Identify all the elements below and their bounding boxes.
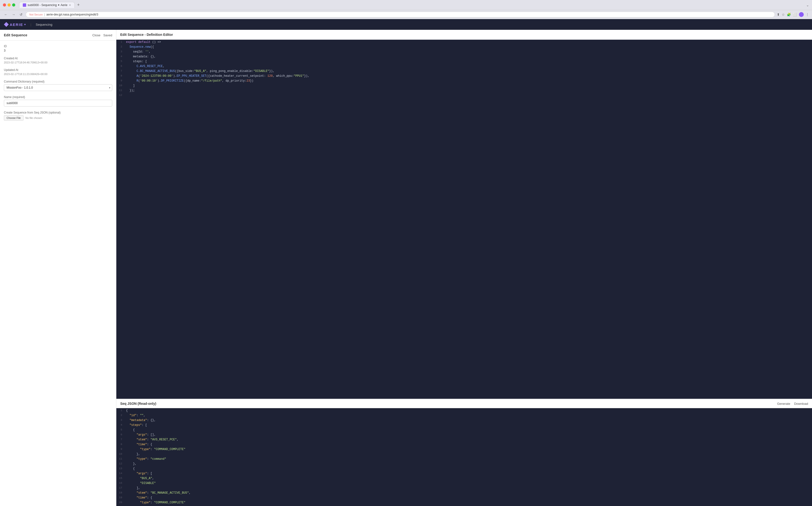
aerie-logo-icon [4, 22, 9, 27]
json-line-15: 15 "BUS_A", [116, 476, 812, 481]
close-button[interactable]: Close [92, 33, 100, 37]
code-line-4: 4 metadata: {}, [116, 54, 812, 59]
code-line-7: 7 C.BC_MANAGE_ACTIVE_BUS({bus_side:"BUS_… [116, 69, 812, 74]
code-editor[interactable]: 1 export default () => 2 Sequence.new({ … [116, 40, 812, 399]
definition-editor-section: Edit Sequence - Definition Editor 1 expo… [116, 30, 812, 399]
active-tab[interactable]: sub0000 - Sequencing ✦ Aerie ✕ [19, 2, 75, 8]
app-header: AERIE ▾ | Sequencing [0, 19, 812, 30]
code-line-9: 9 R('00:00:10').DP_PRIORITIZE({dp_name:"… [116, 78, 812, 83]
app-wrapper: AERIE ▾ | Sequencing Edit Sequence Close… [0, 19, 812, 506]
editor-header: Edit Sequence - Definition Editor [116, 30, 812, 40]
forward-button[interactable]: → [11, 12, 16, 17]
json-line-5: 5 { [116, 428, 812, 432]
security-indicator: Not Secure [29, 13, 43, 16]
minimize-window-button[interactable] [7, 3, 11, 7]
left-panel-content: ID 3 Created At 2023-02-17T18:04:48.7096… [0, 41, 116, 506]
json-line-10: 10 }, [116, 452, 812, 456]
left-panel-header: Edit Sequence Close Saved [0, 30, 116, 41]
code-line-10: 10 ] [116, 83, 812, 88]
editor-title: Edit Sequence - Definition Editor [120, 33, 173, 36]
created-at-value: 2023-02-17T18:04:48.709613+00:00 [4, 61, 112, 64]
json-line-8: 8 "time": { [116, 442, 812, 447]
json-actions: Generate Download [777, 402, 808, 406]
command-dict-select[interactable]: MissionFoo - 1.0.1.0 [4, 84, 112, 91]
name-field-group: Name (required) [4, 95, 112, 106]
tab-favicon [23, 3, 26, 7]
browser-chrome: sub0000 - Sequencing ✦ Aerie ✕ + ⌄ [0, 0, 812, 10]
address-input[interactable]: Not Secure | aerie-dev.jpl.nasa.gov/sequ… [26, 12, 775, 17]
json-editor[interactable]: 1 { 2 "id": "", 3 "metadata": {}, 4 "ste… [116, 408, 812, 506]
code-line-11: 11 }); [116, 88, 812, 93]
tab-bar: sub0000 - Sequencing ✦ Aerie ✕ + [19, 2, 804, 8]
code-line-8: 8 A('2024-123T00:00:00').EP_PPU_HEATER_S… [116, 74, 812, 78]
bookmark-icon[interactable]: ☆ [782, 13, 785, 16]
menu-icon[interactable]: ⋮ [806, 13, 809, 16]
user-avatar[interactable] [799, 12, 804, 17]
code-line-12: 12 [116, 93, 812, 98]
created-at-field-group: Created At 2023-02-17T18:04:48.709613+00… [4, 57, 112, 64]
json-line-16: 16 "DISABLE" [116, 481, 812, 486]
address-bar: ← → ↺ Not Secure | aerie-dev.jpl.nasa.go… [0, 10, 812, 19]
code-line-2: 2 Sequence.new({ [116, 45, 812, 50]
json-line-18: 18 "stem": "BC_MANAGE_ACTIVE_BUS", [116, 491, 812, 495]
left-panel: Edit Sequence Close Saved ID 3 Created A… [0, 30, 116, 506]
download-button[interactable]: Download [794, 402, 808, 406]
json-line-20: 20 "type": "COMMAND_COMPLETE" [116, 500, 812, 505]
tab-title: sub0000 - Sequencing ✦ Aerie [27, 3, 67, 7]
json-line-1: 1 { [116, 408, 812, 413]
header-nav-sequencing[interactable]: Sequencing [36, 23, 52, 26]
code-line-5: 5 steps: [ [116, 59, 812, 64]
choose-file-button[interactable]: Choose File [4, 115, 23, 120]
command-dict-label: Command Dictionary (required) [4, 80, 112, 83]
json-title: Seq JSON (Read-only) [120, 402, 156, 406]
name-label: Name (required) [4, 95, 112, 99]
back-button[interactable]: ← [3, 12, 9, 17]
left-panel-title: Edit Sequence [4, 33, 27, 37]
create-seq-field-group: Create Sequence from Seq JSON (optional)… [4, 111, 112, 120]
json-line-11: 11 "type": "command" [116, 456, 812, 461]
updated-at-value: 2023-02-17T18:11:23.068426+00:00 [4, 73, 112, 76]
maximize-window-button[interactable] [12, 3, 15, 7]
updated-at-field-group: Updated At 2023-02-17T18:11:23.068426+00… [4, 68, 112, 76]
address-url: aerie-dev.jpl.nasa.gov/sequencing/edit/3 [46, 13, 98, 16]
window-expand-button[interactable]: ⌄ [806, 3, 809, 7]
create-seq-label: Create Sequence from Seq JSON (optional) [4, 111, 112, 114]
name-input[interactable] [4, 100, 112, 106]
main-layout: Edit Sequence Close Saved ID 3 Created A… [0, 30, 812, 506]
extensions-icon[interactable]: 🧩 [787, 13, 791, 16]
close-window-button[interactable] [3, 3, 6, 7]
command-dict-field-group: Command Dictionary (required) MissionFoo… [4, 80, 112, 91]
json-line-19: 19 "time": { [116, 495, 812, 500]
file-upload-row: Choose File No file chosen [4, 115, 112, 120]
new-tab-button[interactable]: + [76, 2, 81, 8]
aerie-logo[interactable]: AERIE ▾ [4, 22, 26, 27]
command-dict-select-wrapper: MissionFoo - 1.0.1.0 ▾ [4, 84, 112, 91]
generate-button[interactable]: Generate [777, 402, 790, 406]
reload-button[interactable]: ↺ [18, 12, 24, 17]
logo-chevron: ▾ [24, 23, 26, 26]
json-line-14: 14 "args": [ [116, 471, 812, 476]
toolbar-icons: ⬆ ☆ 🧩 ⬜ ⋮ [777, 12, 809, 17]
code-line-1: 1 export default () => [116, 40, 812, 45]
share-icon[interactable]: ⬆ [777, 13, 780, 16]
saved-button[interactable]: Saved [103, 33, 112, 37]
json-section: Seq JSON (Read-only) Generate Download 1… [116, 399, 812, 506]
traffic-lights [3, 3, 15, 7]
json-line-3: 3 "metadata": {}, [116, 418, 812, 423]
left-panel-buttons: Close Saved [92, 33, 112, 37]
json-line-21: 21 }, [116, 505, 812, 506]
json-line-7: 7 "stem": "AVS_RESET_PCE", [116, 437, 812, 442]
json-line-12: 12 }, [116, 461, 812, 466]
tab-close-button[interactable]: ✕ [69, 4, 71, 7]
code-line-6: 6 C.AVS_RESET_PCE, [116, 64, 812, 69]
id-field-group: ID 3 [4, 45, 112, 52]
json-header: Seq JSON (Read-only) Generate Download [116, 399, 812, 408]
created-at-label: Created At [4, 57, 112, 60]
json-line-17: 17 ], [116, 486, 812, 491]
json-line-2: 2 "id": "", [116, 413, 812, 418]
sidebar-icon[interactable]: ⬜ [793, 13, 797, 16]
aerie-logo-text: AERIE [10, 22, 23, 27]
json-line-4: 4 "steps": [ [116, 423, 812, 428]
right-panel: Edit Sequence - Definition Editor 1 expo… [116, 30, 812, 506]
json-line-6: 6 "args": [], [116, 432, 812, 437]
